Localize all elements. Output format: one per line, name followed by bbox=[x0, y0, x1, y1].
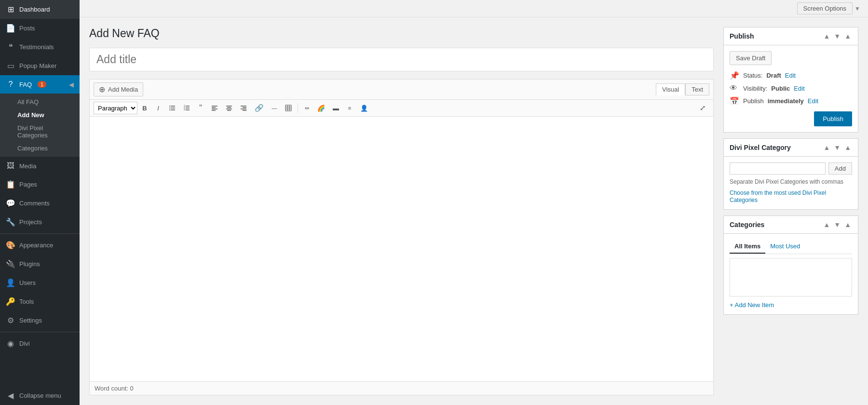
categories-panel-up[interactable]: ▲ bbox=[822, 220, 831, 230]
ordered-list-button[interactable]: 123 bbox=[180, 102, 193, 114]
gradient-button[interactable]: ▬ bbox=[329, 102, 342, 114]
color-button[interactable]: 🌈 bbox=[314, 102, 328, 114]
collapse-icon: ◀ bbox=[6, 391, 15, 400]
editor-container: ⊕ Add Media Visual Text Paragraph B I bbox=[89, 79, 714, 395]
visibility-icon: 👁 bbox=[730, 84, 739, 93]
publish-button[interactable]: Publish bbox=[814, 111, 852, 126]
sidebar-item-popup-maker[interactable]: ▭ Popup Maker bbox=[0, 56, 80, 75]
status-edit-link[interactable]: Edit bbox=[785, 72, 796, 79]
sidebar-item-tools[interactable]: 🔑 Tools bbox=[0, 292, 80, 311]
appearance-icon: 🎨 bbox=[6, 241, 15, 250]
align-left-button[interactable] bbox=[208, 102, 221, 114]
sidebar-item-users[interactable]: 👤 Users bbox=[0, 273, 80, 292]
divi-pixel-panel-header: Divi Pixel Category ▲ ▼ ▲ bbox=[724, 139, 858, 157]
categories-panel-close[interactable]: ▲ bbox=[843, 220, 852, 230]
dashboard-icon: ⊞ bbox=[6, 5, 15, 14]
add-new-item-link[interactable]: + Add New Item bbox=[730, 301, 774, 309]
divi-pixel-input-row: Add bbox=[730, 162, 852, 175]
fullscreen-button[interactable]: ⤢ bbox=[696, 102, 709, 114]
visual-tab[interactable]: Visual bbox=[656, 83, 685, 95]
editor-section: Add New FAQ ⊕ Add Media Visual Text bbox=[89, 27, 714, 395]
publish-panel-up[interactable]: ▲ bbox=[822, 31, 831, 41]
unordered-list-button[interactable] bbox=[165, 102, 179, 114]
comments-icon: 💬 bbox=[6, 199, 15, 208]
visibility-row: 👁 Visibility: Public Edit bbox=[730, 84, 852, 93]
sidebar-collapse-menu[interactable]: ◀ Collapse menu bbox=[0, 386, 80, 405]
categories-panel-controls: ▲ ▼ ▲ bbox=[822, 220, 852, 230]
divi-pixel-add-button[interactable]: Add bbox=[828, 162, 852, 175]
publish-panel-down[interactable]: ▼ bbox=[833, 31, 841, 41]
sidebar-sub-divi-pixel-categories[interactable]: Divi Pixel Categories bbox=[0, 122, 80, 142]
sidebar-item-media[interactable]: 🖼 Media bbox=[0, 157, 80, 175]
content-area: Add New FAQ ⊕ Add Media Visual Text bbox=[80, 17, 868, 405]
posts-icon: 📄 bbox=[6, 24, 15, 33]
sidebar-item-projects[interactable]: 🔧 Projects bbox=[0, 213, 80, 231]
horizontal-rule-button[interactable]: — bbox=[268, 102, 281, 114]
sidebar-item-appearance[interactable]: 🎨 Appearance bbox=[0, 236, 80, 255]
sidebar-item-comments[interactable]: 💬 Comments bbox=[0, 194, 80, 213]
divi-pixel-panel-body: Add Separate Divi Pixel Categories with … bbox=[724, 157, 858, 209]
divi-pixel-panel: Divi Pixel Category ▲ ▼ ▲ Add Separate D… bbox=[723, 138, 858, 210]
editor-body[interactable] bbox=[90, 117, 713, 381]
toolbar-divider bbox=[298, 103, 298, 113]
status-value: Draft bbox=[766, 72, 781, 79]
align-right-button[interactable] bbox=[237, 102, 250, 114]
most-used-tab[interactable]: Most Used bbox=[765, 240, 805, 254]
editor-footer: Word count: 0 bbox=[90, 381, 713, 395]
person-button[interactable]: 👤 bbox=[357, 102, 371, 114]
divi-pixel-most-used-link[interactable]: Choose from the most used Divi Pixel Cat… bbox=[730, 189, 826, 203]
more-button[interactable]: ≡ bbox=[343, 102, 356, 114]
projects-icon: 🔧 bbox=[6, 217, 15, 227]
text-tab[interactable]: Text bbox=[685, 83, 709, 95]
publish-time-label: Publish bbox=[743, 97, 764, 105]
sidebar-item-plugins[interactable]: 🔌 Plugins bbox=[0, 255, 80, 273]
svg-rect-24 bbox=[285, 105, 291, 111]
sidebar-sub-categories[interactable]: Categories bbox=[0, 142, 80, 155]
sidebar-item-testimonials[interactable]: ❝ Testimonials bbox=[0, 38, 80, 56]
popup-maker-icon: ▭ bbox=[6, 61, 15, 70]
sidebar-item-settings[interactable]: ⚙ Settings bbox=[0, 311, 80, 330]
italic-button[interactable]: I bbox=[152, 102, 164, 114]
align-center-button[interactable] bbox=[222, 102, 236, 114]
all-items-tab[interactable]: All Items bbox=[730, 240, 765, 254]
divi-pixel-panel-close[interactable]: ▲ bbox=[843, 143, 852, 152]
add-media-button[interactable]: ⊕ Add Media bbox=[94, 82, 143, 96]
sidebar-sub-add-new[interactable]: Add New bbox=[0, 108, 80, 122]
testimonials-icon: ❝ bbox=[6, 42, 15, 52]
publish-panel-header: Publish ▲ ▼ ▲ bbox=[724, 27, 858, 45]
paragraph-select[interactable]: Paragraph bbox=[94, 102, 137, 114]
publish-meta: 📌 Status: Draft Edit 👁 Visibility: Publi… bbox=[730, 71, 852, 106]
add-media-icon: ⊕ bbox=[99, 85, 105, 94]
topbar: Screen Options ▼ bbox=[80, 0, 868, 17]
divi-pixel-category-input[interactable] bbox=[730, 162, 826, 175]
users-icon: 👤 bbox=[6, 278, 15, 287]
sidebar-divider-2 bbox=[0, 332, 80, 332]
bold-button[interactable]: B bbox=[138, 102, 151, 114]
sidebar-item-posts[interactable]: 📄 Posts bbox=[0, 19, 80, 38]
divi-pixel-panel-down[interactable]: ▼ bbox=[833, 143, 841, 152]
save-draft-button[interactable]: Save Draft bbox=[730, 51, 772, 65]
plugins-icon: 🔌 bbox=[6, 259, 15, 269]
visibility-edit-link[interactable]: Edit bbox=[794, 85, 804, 92]
visual-text-tabs: Visual Text bbox=[656, 83, 709, 95]
sidebar-sub-all-faq[interactable]: All FAQ bbox=[0, 95, 80, 108]
sidebar-item-divi[interactable]: ◉ Divi bbox=[0, 334, 80, 353]
blockquote-button[interactable]: " bbox=[194, 102, 207, 114]
title-input[interactable] bbox=[89, 48, 714, 71]
divi-pixel-hint: Separate Divi Pixel Categories with comm… bbox=[730, 178, 852, 185]
faq-badge: 1 bbox=[38, 81, 46, 88]
insert-column-button[interactable]: ⇔ bbox=[300, 102, 313, 114]
divi-pixel-panel-up[interactable]: ▲ bbox=[822, 143, 831, 152]
screen-options-button[interactable]: Screen Options bbox=[797, 2, 853, 14]
publish-panel-close[interactable]: ▲ bbox=[843, 31, 852, 41]
settings-icon: ⚙ bbox=[6, 316, 15, 325]
publish-time-edit-link[interactable]: Edit bbox=[808, 97, 818, 105]
faq-arrow-icon: ◀ bbox=[69, 81, 74, 88]
table-button[interactable] bbox=[282, 102, 295, 114]
sidebar-item-faq[interactable]: ? FAQ 1 ◀ bbox=[0, 75, 80, 94]
sidebar-item-pages[interactable]: 📋 Pages bbox=[0, 175, 80, 194]
link-button[interactable]: 🔗 bbox=[251, 102, 267, 114]
sidebar-item-dashboard[interactable]: ⊞ Dashboard bbox=[0, 0, 80, 19]
categories-panel-down[interactable]: ▼ bbox=[833, 220, 841, 230]
status-row: 📌 Status: Draft Edit bbox=[730, 71, 852, 80]
